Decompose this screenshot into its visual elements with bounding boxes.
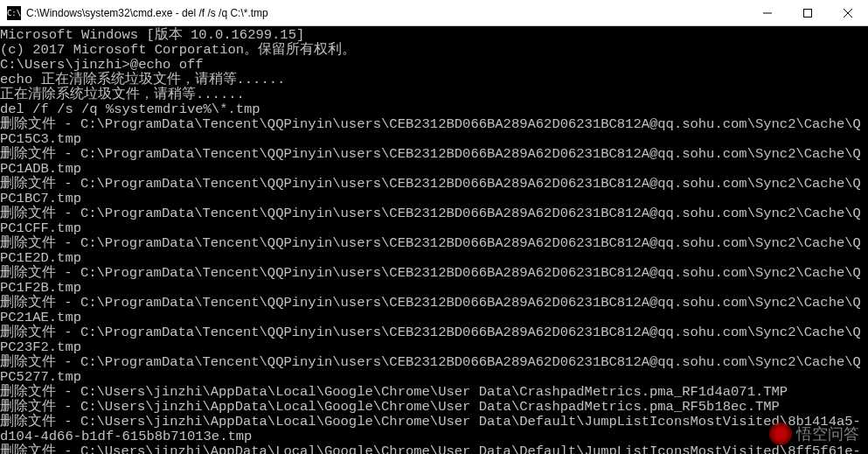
window-controls [747,0,868,25]
watermark-icon [769,423,792,445]
console-line: 删除文件 - C:\Users\jinzhi\AppData\Local\Goo… [0,444,868,454]
console-line: 删除文件 - C:\ProgramData\Tencent\QQPinyin\u… [0,236,868,266]
console-line: C:\Users\jinzhi>@echo off [0,58,868,73]
console-line: 删除文件 - C:\ProgramData\Tencent\QQPinyin\u… [0,296,868,325]
console-line: 正在清除系统垃圾文件，请稍等...... [0,87,868,102]
console-output[interactable]: Microsoft Windows [版本 10.0.16299.15](c) … [0,26,868,454]
console-line: echo 正在清除系统垃圾文件，请稍等...... [0,73,868,87]
maximize-button[interactable] [788,0,828,26]
cmd-icon: C:\ [7,6,21,20]
console-line: 删除文件 - C:\ProgramData\Tencent\QQPinyin\u… [0,325,868,355]
console-line: 删除文件 - C:\ProgramData\Tencent\QQPinyin\u… [0,177,868,206]
window-title: C:\Windows\system32\cmd.exe - del /f /s … [26,7,747,19]
console-line: 删除文件 - C:\Users\jinzhi\AppData\Local\Goo… [0,400,868,415]
console-line: 删除文件 - C:\ProgramData\Tencent\QQPinyin\u… [0,355,868,385]
console-line: 删除文件 - C:\Users\jinzhi\AppData\Local\Goo… [0,415,868,444]
minimize-button[interactable] [747,0,788,26]
watermark: 悟空问答 [769,423,859,445]
close-button[interactable] [828,0,868,26]
console-line: Microsoft Windows [版本 10.0.16299.15] [0,28,868,43]
console-line: del /f /s /q %systemdrive%\*.tmp [0,102,868,117]
console-line: 删除文件 - C:\Users\jinzhi\AppData\Local\Goo… [0,385,868,400]
console-line: 删除文件 - C:\ProgramData\Tencent\QQPinyin\u… [0,147,868,177]
titlebar[interactable]: C:\ C:\Windows\system32\cmd.exe - del /f… [0,0,868,26]
console-line: 删除文件 - C:\ProgramData\Tencent\QQPinyin\u… [0,206,868,236]
svg-rect-1 [804,10,812,17]
console-line: 删除文件 - C:\ProgramData\Tencent\QQPinyin\u… [0,266,868,296]
console-line: 删除文件 - C:\ProgramData\Tencent\QQPinyin\u… [0,117,868,147]
watermark-text: 悟空问答 [796,423,859,444]
cmd-window: C:\ C:\Windows\system32\cmd.exe - del /f… [0,0,868,454]
console-line: (c) 2017 Microsoft Corporation。保留所有权利。 [0,43,868,58]
